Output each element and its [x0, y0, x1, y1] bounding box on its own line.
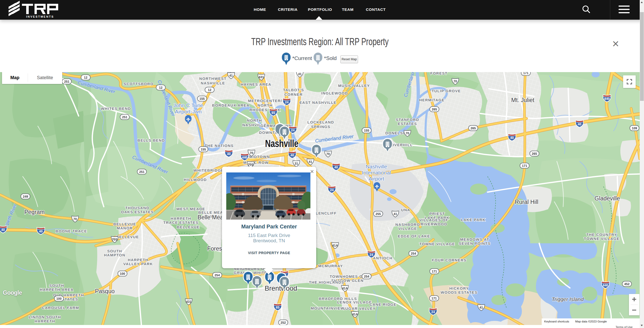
- svg-text:HAMPTON: HAMPTON: [104, 253, 125, 257]
- svg-text:VALLEY PARK: VALLEY PARK: [123, 262, 153, 266]
- svg-text:24: 24: [291, 128, 295, 132]
- svg-text:251: 251: [122, 115, 127, 119]
- svg-text:41A: 41A: [342, 287, 348, 290]
- svg-text:840: 840: [604, 97, 610, 101]
- svg-text:SOUTH: SOUTH: [49, 283, 64, 288]
- svg-text:171: 171: [432, 297, 437, 300]
- svg-text:SUGAR VALLEY: SUGAR VALLEY: [342, 306, 376, 311]
- svg-text:252: 252: [281, 321, 286, 324]
- svg-text:40: 40: [291, 153, 294, 157]
- svg-text:WOODS ESTATES: WOODS ESTATES: [441, 290, 477, 294]
- svg-text:40: 40: [334, 165, 338, 169]
- svg-text:840: 840: [603, 283, 608, 287]
- svg-text:Trigger Island: Trigger Island: [552, 296, 584, 302]
- svg-text:RIVERWOOD: RIVERWOOD: [421, 222, 447, 226]
- svg-text:OVERHILL: OVERHILL: [391, 143, 413, 147]
- svg-text:431: 431: [259, 75, 264, 79]
- svg-text:41: 41: [309, 160, 312, 164]
- svg-text:UNA: UNA: [401, 208, 410, 212]
- svg-text:24: 24: [431, 310, 435, 314]
- svg-text:Rural Hill: Rural Hill: [515, 199, 538, 205]
- svg-text:METROCENTER/: METROCENTER/: [248, 99, 282, 103]
- svg-text:HARPETH: HARPETH: [128, 258, 148, 262]
- svg-text:VILLAGE: VILLAGE: [398, 226, 417, 231]
- svg-text:40: 40: [510, 136, 514, 140]
- svg-text:WHITES BEND: WHITES BEND: [101, 106, 131, 111]
- svg-text:Nashville: Nashville: [366, 164, 387, 169]
- svg-text:SPRINGS: SPRINGS: [311, 125, 331, 129]
- svg-text:65: 65: [272, 111, 275, 115]
- svg-text:12: 12: [84, 76, 87, 79]
- svg-text:40: 40: [1, 228, 5, 232]
- svg-text:NORTHWEST: NORTHWEST: [199, 76, 227, 81]
- svg-text:254: 254: [215, 274, 220, 277]
- svg-text:TOWNE VILLAGE: TOWNE VILLAGE: [419, 242, 455, 246]
- svg-text:EDGE OF LAKE: EDGE OF LAKE: [398, 234, 430, 238]
- svg-text:255: 255: [376, 212, 381, 216]
- svg-text:FOUR CORNERS: FOUR CORNERS: [432, 258, 466, 262]
- svg-text:24: 24: [330, 188, 334, 192]
- svg-text:WHITEBRIDGE: WHITEBRIDGE: [194, 168, 224, 172]
- svg-text:BOONE TRACE: BOONE TRACE: [55, 229, 87, 233]
- svg-text:STANFORD: STANFORD: [396, 117, 419, 122]
- svg-text:41: 41: [479, 306, 483, 309]
- svg-text:HERMITAGE: HERMITAGE: [419, 98, 445, 102]
- svg-text:155: 155: [201, 148, 206, 151]
- svg-text:171: 171: [522, 164, 527, 168]
- svg-text:NASHVILLE: NASHVILLE: [201, 81, 225, 85]
- svg-text:254: 254: [411, 252, 416, 255]
- svg-text:70: 70: [250, 151, 253, 155]
- svg-text:24: 24: [285, 100, 289, 104]
- svg-text:24: 24: [370, 253, 373, 257]
- svg-text:MOUNTAINVIEW: MOUNTAINVIEW: [311, 306, 344, 310]
- svg-text:INGLEWOOD: INGLEWOOD: [321, 91, 348, 95]
- svg-text:171: 171: [432, 270, 437, 273]
- svg-text:Pegram: Pegram: [24, 209, 45, 215]
- svg-text:41: 41: [229, 74, 233, 77]
- svg-text:NORTH: NORTH: [247, 118, 262, 123]
- svg-text:100: 100: [56, 297, 62, 301]
- svg-text:THE COUNTRY: THE COUNTRY: [586, 232, 617, 237]
- svg-text:Airport: Airport: [369, 176, 384, 182]
- svg-text:CAROUSEL FARM: CAROUSEL FARM: [42, 306, 79, 310]
- svg-text:31: 31: [295, 162, 298, 165]
- svg-text:Nashville: Nashville: [265, 138, 298, 149]
- svg-text:TOWNHOMES OF: TOWNHOMES OF: [330, 274, 365, 279]
- svg-text:Pasquo: Pasquo: [95, 288, 115, 294]
- svg-text:40: 40: [227, 152, 231, 156]
- svg-text:BELLS BEND: BELLS BEND: [138, 138, 165, 142]
- svg-text:265: 265: [432, 108, 437, 111]
- svg-text:ESTATES: ESTATES: [398, 122, 417, 126]
- svg-text:HILLWOOD: HILLWOOD: [184, 177, 207, 182]
- svg-text:41: 41: [394, 212, 397, 216]
- svg-text:John C Tune: John C Tune: [173, 102, 203, 108]
- svg-text:TALBOT'S: TALBOT'S: [283, 88, 304, 92]
- svg-text:41A: 41A: [332, 244, 338, 247]
- svg-text:Mt. Juliet: Mt. Juliet: [511, 97, 535, 103]
- svg-text:LINTON SOUTH: LINTON SOUTH: [29, 315, 61, 319]
- svg-text:FOREST: FOREST: [430, 72, 448, 75]
- svg-text:Gladeville: Gladeville: [595, 195, 620, 202]
- svg-text:THOUSAND: THOUSAND: [125, 206, 149, 210]
- svg-text:440: 440: [242, 156, 247, 159]
- svg-text:70: 70: [326, 152, 330, 156]
- svg-text:LENOX VILLAGE: LENOX VILLAGE: [337, 300, 372, 304]
- svg-text:65: 65: [276, 306, 279, 309]
- svg-text:70S: 70S: [112, 238, 117, 241]
- svg-text:70: 70: [73, 217, 77, 221]
- svg-text:ANTIOCH: ANTIOCH: [373, 256, 392, 260]
- svg-text:SOUTH: SOUTH: [107, 249, 122, 253]
- svg-text:NORTH: NORTH: [257, 103, 273, 107]
- svg-text:109: 109: [632, 127, 637, 130]
- svg-text:MANOR: MANOR: [117, 226, 133, 230]
- svg-text:OAKS ESTATES: OAKS ESTATES: [121, 210, 154, 214]
- svg-text:International: International: [362, 170, 391, 175]
- svg-text:EAST NASHVILLE: EAST NASHVILLE: [299, 100, 336, 105]
- svg-text:MCMURRAY: MCMURRAY: [318, 264, 343, 268]
- svg-text:TULIP GROVE: TULIP GROVE: [432, 89, 461, 93]
- svg-text:452: 452: [624, 282, 630, 286]
- svg-text:CANE RIDGE: CANE RIDGE: [369, 302, 396, 307]
- svg-text:LAKE PARK: LAKE PARK: [461, 218, 486, 222]
- svg-text:BORDEAUX AREA: BORDEAUX AREA: [212, 103, 250, 107]
- svg-text:TRACE ESTATES: TRACE ESTATES: [163, 220, 199, 225]
